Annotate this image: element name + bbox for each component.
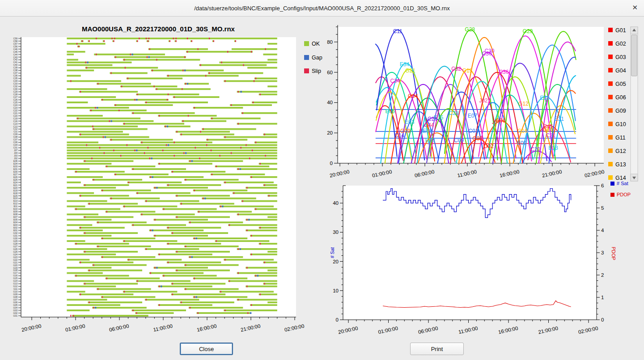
availability-gap-mark xyxy=(156,267,157,269)
elevation-sat-label: G02 xyxy=(483,143,494,149)
sat-legend-label[interactable]: G02 xyxy=(615,41,626,47)
availability-slip-mark xyxy=(119,110,119,111)
availability-ok-segment xyxy=(92,179,142,181)
availability-ok-segment xyxy=(193,278,248,280)
availability-ok-segment xyxy=(67,51,85,53)
elevation-sat-label: E03 xyxy=(405,119,415,125)
window-close-icon[interactable]: ✕ xyxy=(632,4,638,12)
availability-slip-mark xyxy=(127,77,128,79)
availability-slip-mark xyxy=(89,203,89,205)
availability-ok-segment xyxy=(267,270,277,271)
availability-slip-mark xyxy=(246,285,247,287)
num-sat-axis-label: # Sat xyxy=(330,247,335,258)
elevation-sat-label: E05 xyxy=(385,108,395,114)
availability-slip-mark xyxy=(124,123,125,125)
availability-slip-mark xyxy=(247,312,248,314)
availability-ok-segment xyxy=(67,59,78,61)
sat-legend-label[interactable]: G10 xyxy=(615,121,626,127)
availability-ok-segment xyxy=(110,72,147,74)
elevation-sat-label: C21 xyxy=(546,132,555,139)
availability-slip-mark xyxy=(265,48,266,50)
satellite-legend-list[interactable]: G01G02G03G04G05G06G09G10G11G12G13G14 xyxy=(608,27,626,181)
availability-ok-segment xyxy=(85,67,158,69)
elevation-y-tick-label: 80 xyxy=(327,39,333,45)
window-title: /data/stuerze/tools/BNC/Example_Configs/… xyxy=(194,5,450,12)
sat-legend-label[interactable]: G03 xyxy=(615,54,626,60)
availability-ok-segment xyxy=(140,213,195,215)
availability-gap-mark xyxy=(168,144,169,146)
availability-slip-mark xyxy=(144,152,145,154)
sat-legend-swatch xyxy=(608,55,613,59)
sat-legend-label[interactable]: G01 xyxy=(615,27,626,34)
availability-ok-segment xyxy=(67,75,80,76)
availability-slip-mark xyxy=(176,270,177,271)
availability-slip-mark xyxy=(86,67,87,69)
elevation-sat-label: G16 xyxy=(517,128,528,134)
sat-legend-label[interactable]: G12 xyxy=(615,148,626,154)
availability-slip-mark xyxy=(216,165,217,167)
availability-ok-segment xyxy=(246,229,277,231)
availability-slip-mark xyxy=(159,304,160,306)
sat-legend-label[interactable]: G05 xyxy=(615,81,626,87)
availability-slip-mark xyxy=(102,190,103,191)
availability-ok-segment xyxy=(101,190,151,191)
sat-legend-label[interactable]: G11 xyxy=(615,135,626,141)
satellite-legend-scrollbar[interactable] xyxy=(631,27,638,181)
availability-ok-segment xyxy=(67,88,107,90)
availability-slip-mark xyxy=(229,280,230,282)
satdop-x-tick-label: 01:00:00 xyxy=(378,326,398,335)
availability-ok-segment xyxy=(199,64,267,66)
availability-slip-mark xyxy=(146,102,147,103)
availability-ok-segment xyxy=(162,208,217,210)
sat-legend-label[interactable]: G04 xyxy=(615,68,626,74)
availability-slip-mark xyxy=(159,163,160,165)
availability-ok-segment xyxy=(67,182,80,183)
availability-slip-mark xyxy=(115,174,116,175)
availability-gap-mark xyxy=(240,248,241,250)
availability-slip-mark xyxy=(146,200,147,202)
availability-ok-segment xyxy=(84,160,134,162)
sat-legend-label[interactable]: G09 xyxy=(615,108,626,114)
availability-ok-segment xyxy=(67,229,102,231)
availability-ok-segment xyxy=(89,110,146,111)
sat-legend-label[interactable]: G06 xyxy=(615,94,626,101)
availability-ok-segment xyxy=(67,304,120,306)
availability-slip-mark xyxy=(110,198,111,199)
availability-slip-mark xyxy=(194,107,195,109)
availability-slip-mark xyxy=(136,312,137,314)
pdop-tick-label: 1 xyxy=(601,295,604,300)
availability-ok-segment xyxy=(263,262,277,263)
availability-ok-segment xyxy=(175,195,230,197)
availability-slip-mark xyxy=(104,152,105,154)
availability-ok-segment xyxy=(254,208,277,210)
availability-slip-mark xyxy=(124,59,125,61)
availability-ok-segment xyxy=(224,259,274,261)
availability-slip-mark xyxy=(109,120,110,122)
availability-ok-segment xyxy=(67,254,116,255)
availability-gap-mark xyxy=(240,168,241,170)
availability-ok-segment xyxy=(145,299,199,301)
sat-legend-label[interactable]: G13 xyxy=(615,161,626,168)
availability-slip-mark xyxy=(221,62,222,64)
availability-ok-segment xyxy=(237,123,277,125)
print-button[interactable]: Print xyxy=(410,343,464,355)
availability-slip-mark xyxy=(76,43,77,45)
availability-x-tick-label: 06:00:00 xyxy=(109,323,129,333)
availability-ok-segment xyxy=(75,275,129,277)
availability-ok-segment xyxy=(215,165,270,167)
availability-ok-segment xyxy=(67,267,111,269)
scrollbar-thumb[interactable] xyxy=(631,35,637,76)
sat-legend-label[interactable]: G14 xyxy=(615,175,626,181)
availability-slip-mark xyxy=(77,118,78,119)
close-button[interactable]: Close xyxy=(180,343,233,355)
availability-ok-segment xyxy=(67,149,277,151)
elevation-sat-label: E15 xyxy=(434,114,444,121)
availability-gap-mark xyxy=(167,126,168,127)
availability-ok-segment xyxy=(67,96,116,98)
availability-ok-segment xyxy=(92,128,147,130)
num-sat-legend-swatch xyxy=(610,182,614,186)
availability-gap-mark xyxy=(204,198,206,199)
availability-slip-mark xyxy=(251,51,252,53)
elevation-sat-label: C28 xyxy=(449,110,459,116)
availability-slip-mark xyxy=(187,38,188,39)
